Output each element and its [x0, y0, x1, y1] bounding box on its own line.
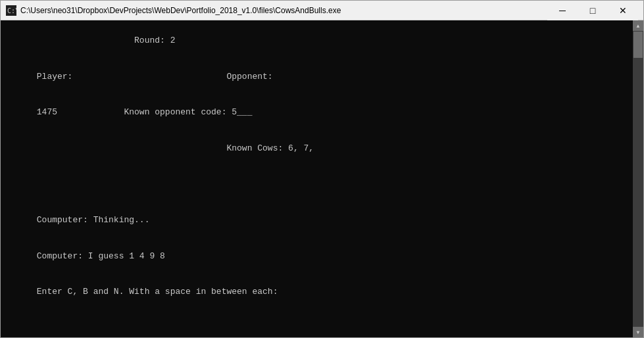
scroll-up-button[interactable]: ▲: [633, 20, 643, 31]
title-bar: C:\ C:\Users\neo31\Dropbox\DevProjects\W…: [1, 1, 643, 20]
console-output: Round: 2 Player: Opponent: 1475 Known op…: [6, 23, 638, 310]
console-line-3: 1475 Known opponent code: 5___: [37, 107, 253, 117]
console-area: Round: 2 Player: Opponent: 1475 Known op…: [1, 20, 643, 337]
scroll-down-button[interactable]: ▼: [633, 327, 643, 337]
scrollbar[interactable]: ▲ ▼: [633, 20, 643, 337]
console-line-2: Player: Opponent:: [37, 72, 273, 82]
scroll-thumb[interactable]: [633, 32, 643, 58]
minimize-button[interactable]: ─: [547, 1, 578, 20]
console-line-4: Known Cows: 6, 7,: [37, 143, 314, 153]
window-controls: ─ □ ✕: [547, 1, 638, 20]
scroll-track: [633, 31, 643, 327]
title-bar-text: C:\Users\neo31\Dropbox\DevProjects\WebDe…: [20, 6, 542, 15]
svg-text:C:\: C:\: [7, 7, 16, 14]
console-line-1: Round: 2: [37, 36, 176, 45]
console-line-8: Enter C, B and N. With a space in betwee…: [37, 287, 278, 297]
close-button[interactable]: ✕: [608, 1, 638, 20]
maximize-button[interactable]: □: [578, 1, 608, 20]
main-window: C:\ C:\Users\neo31\Dropbox\DevProjects\W…: [0, 0, 644, 338]
app-icon: C:\: [6, 5, 16, 16]
console-line-6: Coumputer: Thinking...: [37, 215, 150, 225]
console-line-7: Computer: I guess 1 4 9 8: [37, 251, 165, 261]
